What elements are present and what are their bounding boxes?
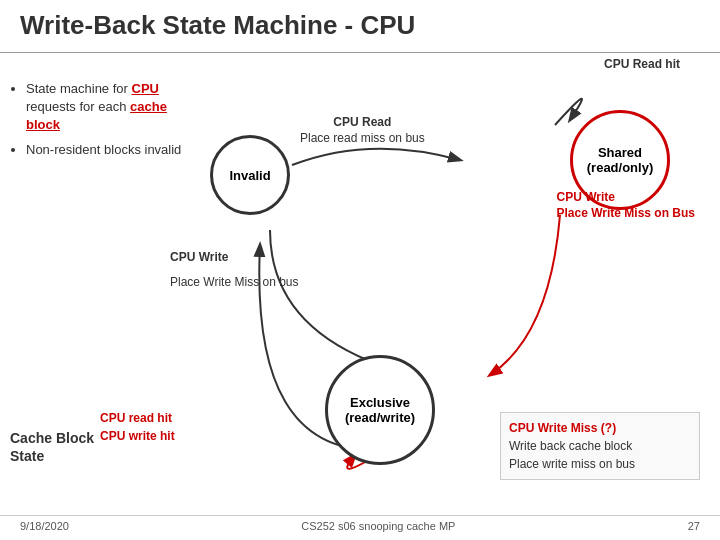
cpu-read-hit-arc-label: CPU Read hit — [604, 57, 680, 73]
footer-page: 27 — [688, 520, 700, 532]
footer-course: CS252 s06 snooping cache MP — [301, 520, 455, 532]
cpu-link: CPU — [132, 81, 159, 96]
place-read-miss-label: Place read miss on bus — [300, 131, 425, 145]
main-page: Write-Back State Machine - CPU State mac… — [0, 0, 720, 540]
cpu-read-transition-label: CPU Read Place read miss on bus — [300, 115, 425, 146]
bullet-2: Non-resident blocks invalid — [26, 141, 185, 159]
bullet-1: State machine for CPU requests for each … — [26, 80, 185, 135]
cpu-rw-hit-labels: CPU read hitCPU write hit — [100, 409, 175, 445]
bullet-section: State machine for CPU requests for each … — [10, 80, 185, 165]
cpu-write-label: CPU Write — [170, 250, 228, 266]
cpu-write-miss-title: CPU Write Miss (?) — [509, 419, 691, 437]
cpu-read-label: CPU Read — [333, 115, 391, 129]
cpu-write-miss-line1: Write back cache block — [509, 437, 691, 455]
exclusive-state: Exclusive(read/write) — [325, 355, 435, 465]
title-divider — [0, 52, 720, 53]
page-title: Write-Back State Machine - CPU — [20, 10, 700, 41]
cpu-write-miss-line2: Place write miss on bus — [509, 455, 691, 473]
footer: 9/18/2020 CS252 s06 snooping cache MP 27 — [0, 515, 720, 532]
cpu-write-miss-box: CPU Write Miss (?) Write back cache bloc… — [500, 412, 700, 480]
place-write-miss-label: Place Write Miss on bus — [170, 275, 299, 291]
invalid-state: Invalid — [210, 135, 290, 215]
footer-date: 9/18/2020 — [20, 520, 69, 532]
cpu-write-place-miss-top-label: CPU WritePlace Write Miss on Bus — [557, 190, 696, 221]
cache-block-link: cache block — [26, 99, 167, 132]
